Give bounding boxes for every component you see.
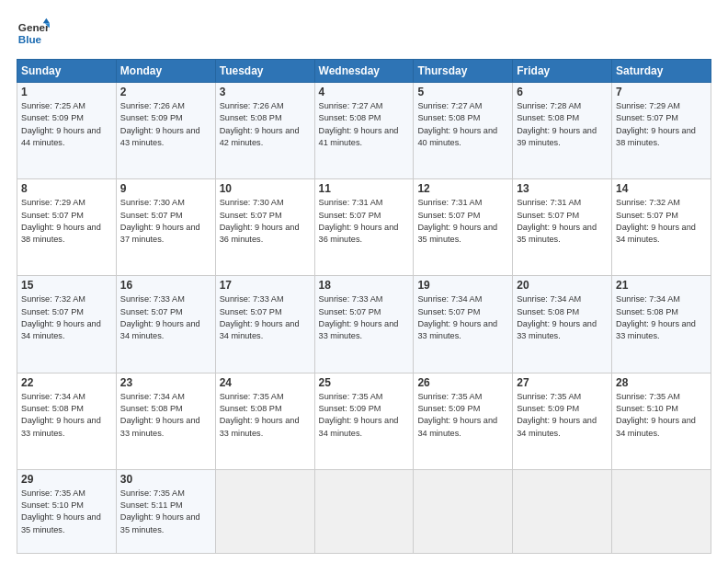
calendar-cell: 14Sunrise: 7:32 AMSunset: 5:07 PMDayligh… (612, 179, 711, 276)
day-info: Sunrise: 7:32 AMSunset: 5:07 PMDaylight:… (616, 197, 707, 246)
calendar-cell: 22Sunrise: 7:34 AMSunset: 5:08 PMDayligh… (17, 373, 117, 469)
calendar-cell: 9Sunrise: 7:30 AMSunset: 5:07 PMDaylight… (116, 179, 215, 276)
day-number: 16 (120, 279, 211, 292)
day-info: Sunrise: 7:30 AMSunset: 5:07 PMDaylight:… (220, 197, 311, 246)
day-number: 22 (21, 376, 112, 389)
svg-text:Blue: Blue (18, 33, 42, 45)
calendar-cell: 1Sunrise: 7:25 AMSunset: 5:09 PMDaylight… (17, 83, 117, 179)
day-number: 23 (120, 376, 211, 389)
day-info: Sunrise: 7:33 AMSunset: 5:07 PMDaylight:… (319, 293, 410, 342)
col-header-thursday: Thursday (414, 60, 513, 83)
calendar-cell (314, 469, 414, 553)
day-info: Sunrise: 7:31 AMSunset: 5:07 PMDaylight:… (517, 197, 608, 246)
calendar-cell: 5Sunrise: 7:27 AMSunset: 5:08 PMDaylight… (414, 83, 513, 179)
day-info: Sunrise: 7:35 AMSunset: 5:09 PMDaylight:… (417, 391, 508, 440)
day-number: 17 (220, 279, 311, 292)
calendar-cell: 18Sunrise: 7:33 AMSunset: 5:07 PMDayligh… (314, 276, 414, 373)
day-info: Sunrise: 7:35 AMSunset: 5:08 PMDaylight:… (220, 391, 311, 440)
day-info: Sunrise: 7:34 AMSunset: 5:08 PMDaylight:… (120, 391, 211, 440)
day-number: 28 (616, 376, 707, 389)
logo-icon: General Blue (17, 17, 50, 50)
day-info: Sunrise: 7:35 AMSunset: 5:11 PMDaylight:… (120, 488, 211, 536)
col-header-saturday: Saturday (612, 60, 711, 83)
day-number: 13 (517, 182, 608, 195)
calendar-cell: 2Sunrise: 7:26 AMSunset: 5:09 PMDaylight… (116, 83, 215, 179)
day-number: 29 (21, 473, 112, 486)
day-info: Sunrise: 7:31 AMSunset: 5:07 PMDaylight:… (319, 197, 410, 246)
calendar-cell: 30Sunrise: 7:35 AMSunset: 5:11 PMDayligh… (116, 469, 215, 553)
day-info: Sunrise: 7:29 AMSunset: 5:07 PMDaylight:… (21, 197, 112, 246)
calendar-cell: 16Sunrise: 7:33 AMSunset: 5:07 PMDayligh… (116, 276, 215, 373)
day-number: 19 (417, 279, 508, 292)
col-header-friday: Friday (513, 60, 612, 83)
day-info: Sunrise: 7:31 AMSunset: 5:07 PMDaylight:… (417, 197, 508, 246)
day-number: 14 (616, 182, 707, 195)
col-header-monday: Monday (116, 60, 215, 83)
calendar-cell: 7Sunrise: 7:29 AMSunset: 5:07 PMDaylight… (612, 83, 711, 179)
day-info: Sunrise: 7:35 AMSunset: 5:10 PMDaylight:… (616, 391, 707, 440)
calendar-cell: 20Sunrise: 7:34 AMSunset: 5:08 PMDayligh… (513, 276, 612, 373)
day-number: 2 (120, 86, 211, 98)
calendar-cell (612, 469, 711, 553)
day-number: 26 (417, 376, 508, 389)
day-info: Sunrise: 7:34 AMSunset: 5:08 PMDaylight:… (616, 293, 707, 342)
calendar-cell: 24Sunrise: 7:35 AMSunset: 5:08 PMDayligh… (215, 373, 314, 469)
day-info: Sunrise: 7:33 AMSunset: 5:07 PMDaylight:… (220, 293, 311, 342)
day-info: Sunrise: 7:34 AMSunset: 5:08 PMDaylight:… (517, 293, 608, 342)
day-info: Sunrise: 7:27 AMSunset: 5:08 PMDaylight:… (417, 100, 508, 149)
calendar-cell: 3Sunrise: 7:26 AMSunset: 5:08 PMDaylight… (215, 83, 314, 179)
calendar-cell: 21Sunrise: 7:34 AMSunset: 5:08 PMDayligh… (612, 276, 711, 373)
day-number: 21 (616, 279, 707, 292)
day-number: 20 (517, 279, 608, 292)
calendar-cell: 12Sunrise: 7:31 AMSunset: 5:07 PMDayligh… (414, 179, 513, 276)
calendar-cell: 10Sunrise: 7:30 AMSunset: 5:07 PMDayligh… (215, 179, 314, 276)
calendar-cell: 19Sunrise: 7:34 AMSunset: 5:07 PMDayligh… (414, 276, 513, 373)
calendar-cell: 27Sunrise: 7:35 AMSunset: 5:09 PMDayligh… (513, 373, 612, 469)
day-number: 11 (319, 182, 410, 195)
day-number: 24 (220, 376, 311, 389)
calendar-cell: 17Sunrise: 7:33 AMSunset: 5:07 PMDayligh… (215, 276, 314, 373)
calendar-cell: 23Sunrise: 7:34 AMSunset: 5:08 PMDayligh… (116, 373, 215, 469)
logo: General Blue (17, 17, 50, 50)
calendar-cell: 25Sunrise: 7:35 AMSunset: 5:09 PMDayligh… (314, 373, 414, 469)
header: General Blue (17, 17, 711, 50)
day-info: Sunrise: 7:29 AMSunset: 5:07 PMDaylight:… (616, 100, 707, 149)
day-info: Sunrise: 7:33 AMSunset: 5:07 PMDaylight:… (120, 293, 211, 342)
day-number: 3 (220, 86, 311, 98)
day-number: 18 (319, 279, 410, 292)
day-number: 15 (21, 279, 112, 292)
calendar-page: General Blue SundayMondayTuesdayWednesda… (0, 0, 728, 563)
calendar-table: SundayMondayTuesdayWednesdayThursdayFrid… (17, 59, 711, 554)
calendar-cell: 26Sunrise: 7:35 AMSunset: 5:09 PMDayligh… (414, 373, 513, 469)
day-number: 8 (21, 182, 112, 195)
calendar-cell: 15Sunrise: 7:32 AMSunset: 5:07 PMDayligh… (17, 276, 117, 373)
day-info: Sunrise: 7:27 AMSunset: 5:08 PMDaylight:… (319, 100, 410, 149)
day-info: Sunrise: 7:35 AMSunset: 5:09 PMDaylight:… (517, 391, 608, 440)
day-number: 9 (120, 182, 211, 195)
col-header-sunday: Sunday (17, 60, 117, 83)
calendar-cell: 13Sunrise: 7:31 AMSunset: 5:07 PMDayligh… (513, 179, 612, 276)
day-info: Sunrise: 7:35 AMSunset: 5:10 PMDaylight:… (21, 488, 112, 536)
calendar-cell: 8Sunrise: 7:29 AMSunset: 5:07 PMDaylight… (17, 179, 117, 276)
day-info: Sunrise: 7:34 AMSunset: 5:08 PMDaylight:… (21, 391, 112, 440)
calendar-cell: 4Sunrise: 7:27 AMSunset: 5:08 PMDaylight… (314, 83, 414, 179)
day-number: 30 (120, 473, 211, 486)
calendar-cell: 28Sunrise: 7:35 AMSunset: 5:10 PMDayligh… (612, 373, 711, 469)
day-number: 27 (517, 376, 608, 389)
day-number: 10 (220, 182, 311, 195)
day-number: 4 (319, 86, 410, 98)
day-number: 6 (517, 86, 608, 98)
calendar-cell (215, 469, 314, 553)
calendar-cell (513, 469, 612, 553)
col-header-wednesday: Wednesday (314, 60, 414, 83)
calendar-cell: 29Sunrise: 7:35 AMSunset: 5:10 PMDayligh… (17, 469, 117, 553)
calendar-cell: 6Sunrise: 7:28 AMSunset: 5:08 PMDaylight… (513, 83, 612, 179)
day-info: Sunrise: 7:25 AMSunset: 5:09 PMDaylight:… (21, 100, 112, 149)
day-number: 5 (417, 86, 508, 98)
day-number: 7 (616, 86, 707, 98)
day-info: Sunrise: 7:32 AMSunset: 5:07 PMDaylight:… (21, 293, 112, 342)
day-info: Sunrise: 7:35 AMSunset: 5:09 PMDaylight:… (319, 391, 410, 440)
calendar-cell (414, 469, 513, 553)
col-header-tuesday: Tuesday (215, 60, 314, 83)
day-info: Sunrise: 7:34 AMSunset: 5:07 PMDaylight:… (417, 293, 508, 342)
